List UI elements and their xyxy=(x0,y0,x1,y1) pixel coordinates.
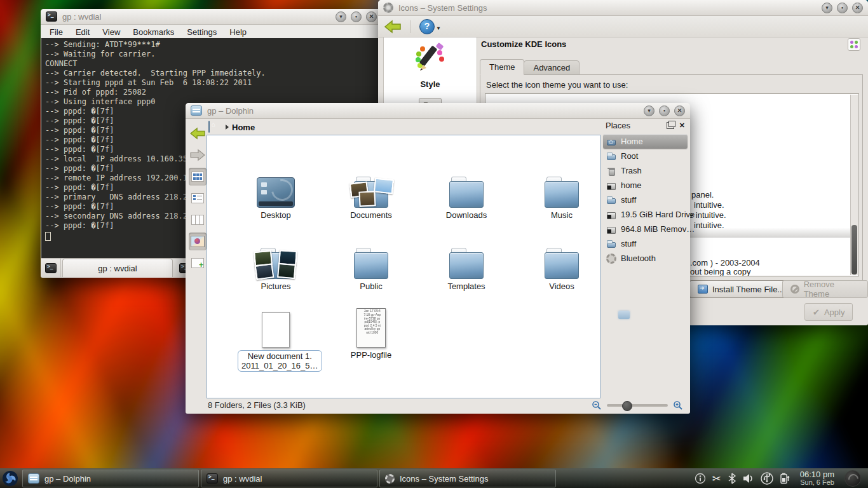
folder-item-music[interactable]: Music xyxy=(524,171,600,220)
klipper-scissors-icon[interactable]: ✂ xyxy=(712,472,721,485)
place-item-removable[interactable]: 964.8 MiB Remov… xyxy=(603,222,688,236)
preview-icon xyxy=(191,236,205,247)
folder-label: Public xyxy=(333,281,409,291)
place-item-stuff-2[interactable]: stuff xyxy=(603,236,688,251)
zoom-slider[interactable] xyxy=(607,404,668,407)
scrollbar-thumb[interactable] xyxy=(851,225,857,274)
file-label: PPP-logfile xyxy=(333,350,409,360)
taskbar: gp – Dolphin gp : wvdial Icons – System … xyxy=(0,468,868,488)
clock-time: 06:10 pm xyxy=(800,470,834,478)
folder-item-documents[interactable]: Documents xyxy=(333,171,409,220)
terminal-tab[interactable]: gp : wvdial xyxy=(62,259,173,277)
place-item-home-partition[interactable]: home xyxy=(603,178,688,193)
place-item-trash[interactable]: Trash xyxy=(603,163,688,178)
task-konsole[interactable]: gp : wvdial xyxy=(201,470,377,487)
folder-item-public[interactable]: Public xyxy=(333,242,409,291)
zoom-in-icon[interactable] xyxy=(673,400,683,410)
minimize-button[interactable] xyxy=(822,3,832,13)
place-label: 964.8 MiB Remov… xyxy=(621,224,695,234)
system-tray: ✂ 06:10 pm xyxy=(695,470,868,487)
place-item-stuff[interactable]: stuff xyxy=(603,193,688,207)
close-panel-icon[interactable]: ✕ xyxy=(679,121,685,130)
place-label: Trash xyxy=(621,166,642,175)
notifications-info-icon[interactable] xyxy=(695,473,706,484)
maximize-button[interactable] xyxy=(837,3,848,13)
back-button[interactable] xyxy=(189,125,207,142)
battery-icon[interactable] xyxy=(780,472,790,485)
menu-help[interactable]: Help xyxy=(229,27,247,37)
konsole-titlebar[interactable]: gp : wvdial xyxy=(41,9,382,25)
minimize-button[interactable] xyxy=(644,105,654,116)
konsole-title: gp : wvdial xyxy=(62,12,101,22)
menu-view[interactable]: View xyxy=(102,27,120,37)
float-panel-icon[interactable] xyxy=(667,122,674,129)
app-launcher-button[interactable] xyxy=(0,469,20,488)
folder-item-downloads[interactable]: Downloads xyxy=(428,171,505,220)
install-theme-button[interactable]: Install Theme File... xyxy=(689,280,792,298)
file-item-new-document[interactable]: New document 1.2011_01_20_16_5… xyxy=(238,308,314,372)
task-dolphin[interactable]: gp – Dolphin xyxy=(22,470,199,487)
launcher-swirl-icon xyxy=(2,470,18,487)
maximize-button[interactable] xyxy=(351,11,362,22)
scrollbar[interactable] xyxy=(850,95,858,275)
preview-button[interactable] xyxy=(189,233,207,250)
close-button[interactable] xyxy=(366,11,377,22)
volume-icon[interactable] xyxy=(743,473,754,484)
icons-module-icon xyxy=(848,38,860,51)
install-theme-label: Install Theme File... xyxy=(712,285,784,294)
place-item-home[interactable]: Home xyxy=(603,134,688,149)
check-icon: ✔ xyxy=(813,308,820,317)
dolphin-side-toolbar xyxy=(188,125,207,276)
close-button[interactable] xyxy=(852,3,863,13)
zoom-out-icon[interactable] xyxy=(592,400,602,410)
tab-theme[interactable]: Theme xyxy=(480,59,524,75)
dolphin-icon xyxy=(191,105,202,116)
place-item-hard-drive[interactable]: 19.5 GiB Hard Drive xyxy=(603,207,688,222)
folder-view[interactable]: Desktop Documents Downloads Music xyxy=(207,135,600,398)
apply-button[interactable]: ✔ Apply xyxy=(804,303,853,321)
clock[interactable]: 06:10 pm Sun, 6 Feb xyxy=(796,470,838,487)
maximize-button[interactable] xyxy=(659,105,670,116)
sidebar-item-style[interactable]: Style xyxy=(384,43,477,89)
settings-tabs: Theme Advanced xyxy=(480,59,580,75)
icons-view-button[interactable] xyxy=(189,168,207,186)
folder-item-templates[interactable]: Templates xyxy=(428,242,505,291)
selected-file-label: New document 1.2011_01_20_16_5… xyxy=(238,350,322,372)
place-item-bluetooth[interactable]: Bluetooth xyxy=(603,251,688,266)
task-system-settings[interactable]: Icons – System Settings xyxy=(379,470,556,487)
place-label: home xyxy=(621,180,642,190)
breadcrumb-home-label[interactable]: Home xyxy=(232,123,255,132)
zoom-slider-thumb[interactable] xyxy=(622,401,632,411)
settings-titlebar[interactable]: Icons – System Settings xyxy=(378,0,868,16)
menu-settings[interactable]: Settings xyxy=(187,27,217,37)
columns-view-icon xyxy=(191,215,204,225)
menu-edit[interactable]: Edit xyxy=(76,27,90,37)
folder-item-desktop[interactable]: Desktop xyxy=(238,171,314,220)
file-item-ppp-logfile[interactable]: Jan 17 09:4 7:18 gp-Asp ire-5738 pp pd[1… xyxy=(333,308,409,360)
tab-advanced[interactable]: Advanced xyxy=(524,60,580,75)
settings-title: Icons – System Settings xyxy=(398,3,487,13)
breadcrumb-home-button[interactable] xyxy=(208,121,222,133)
folder-item-pictures[interactable]: Pictures xyxy=(238,242,314,291)
new-tab-button[interactable] xyxy=(41,259,61,277)
split-view-button[interactable] xyxy=(189,254,207,272)
folder-item-videos[interactable]: Videos xyxy=(524,242,600,291)
remove-theme-button[interactable]: Remove Theme xyxy=(782,280,868,298)
forward-button[interactable] xyxy=(189,146,207,164)
columns-view-button[interactable] xyxy=(189,211,207,229)
dolphin-titlebar[interactable]: gp – Dolphin xyxy=(186,103,690,119)
breadcrumb-chevron-icon xyxy=(226,125,229,130)
folder-label: Downloads xyxy=(428,210,505,220)
close-button[interactable] xyxy=(674,105,685,116)
logfile-preview-icon: Jan 17 09:4 7:18 gp-Asp ire-5738 pp pd[1… xyxy=(356,308,386,348)
help-icon[interactable]: ? xyxy=(419,19,435,34)
menu-file[interactable]: File xyxy=(50,27,63,37)
menu-bookmarks[interactable]: Bookmarks xyxy=(133,27,174,37)
usb-device-notifier-icon[interactable] xyxy=(761,472,773,485)
bluetooth-icon[interactable] xyxy=(728,473,736,484)
panel-toolbox-cashew-icon[interactable] xyxy=(844,470,861,487)
details-view-button[interactable] xyxy=(189,189,207,207)
back-icon[interactable] xyxy=(384,20,401,34)
place-item-root[interactable]: Root xyxy=(603,149,688,163)
minimize-button[interactable] xyxy=(336,11,346,22)
